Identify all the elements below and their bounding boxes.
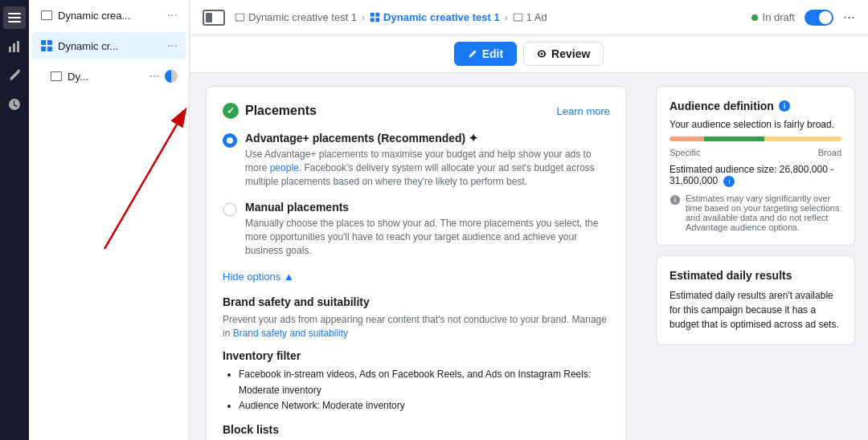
placements-title: ✓ Placements [223,103,317,119]
inventory-filter-section: Inventory filter Facebook in-stream vide… [223,349,610,414]
svg-rect-4 [13,43,15,52]
audience-info-icon[interactable]: i [779,100,790,112]
placements-header: ✓ Placements Learn more [223,103,610,119]
estimated-daily-title: Estimated daily results [669,269,841,282]
menu-icon[interactable] [3,6,26,29]
block-lists-section: Block lists None selected [223,423,610,440]
manual-desc: Manually choose the places to show your … [245,217,610,257]
breadcrumb-nav: Dynamic creative test 1 › Dynamic creati… [235,11,745,23]
manual-placement-option[interactable]: Manual placements Manually choose the pl… [223,201,610,257]
chart-icon[interactable] [3,35,26,58]
manual-placement-content: Manual placements Manually choose the pl… [245,201,610,257]
svg-rect-6 [41,40,46,45]
edit-button[interactable]: Edit [454,42,517,66]
audience-size: Estimated audience size: 26,800,000 - 31… [669,164,841,187]
breadcrumb-ad[interactable]: 1 Ad [513,11,547,23]
audience-size-info-icon[interactable]: i [723,176,735,187]
main-panel: ✓ Placements Learn more Advantage+ place… [190,73,643,440]
breadcrumb-adset-label: Dynamic creative test 1 [383,11,500,23]
svg-rect-2 [8,21,21,22]
topbar-actions: In draft ··· [751,9,855,26]
action-bar: Edit Review [190,35,868,73]
svg-rect-0 [8,13,21,14]
draft-toggle[interactable] [805,10,833,26]
breadcrumb-campaign[interactable]: Dynamic creative test 1 [235,11,357,23]
review-button[interactable]: Review [523,42,604,66]
nav-panel: Dynamic crea... ··· Dynamic cr... ··· Dy… [29,0,190,440]
advantage-label: Advantage+ placements (Recommended) ✦ [245,132,610,145]
edit-label: Edit [482,47,503,60]
learn-more-link[interactable]: Learn more [557,105,610,117]
audience-definition-card: Audience definition i Your audience sele… [656,86,855,246]
nav-adset-dots[interactable]: ··· [167,39,178,53]
svg-rect-8 [41,47,46,51]
brand-safety-desc: Prevent your ads from appearing near con… [223,313,610,340]
placements-card: ✓ Placements Learn more Advantage+ place… [206,86,627,440]
topbar: Dynamic creative test 1 › Dynamic creati… [190,0,868,35]
placements-title-text: Placements [245,104,317,118]
inventory-list: Facebook in-stream videos, Ads on Facebo… [223,367,610,414]
svg-rect-3 [9,47,11,52]
svg-rect-11 [375,13,379,17]
estimated-daily-description: Estimated daily results aren't available… [669,288,841,332]
audience-bar [669,136,841,141]
pencil-icon[interactable] [3,64,26,87]
broad-label: Broad [818,148,841,157]
brand-safety-title: Brand safety and suitability [223,295,610,308]
nav-ad-label: Dy... [68,71,145,83]
status-badge: In draft [751,11,795,23]
breadcrumb-campaign-label: Dynamic creative test 1 [248,11,357,23]
advantage-placement-content: Advantage+ placements (Recommended) ✦ Us… [245,132,610,188]
svg-rect-10 [371,13,375,17]
right-panel: Audience definition i Your audience sele… [643,73,868,440]
status-dot [751,14,758,21]
nav-ad-dots[interactable]: ··· [149,69,160,84]
advantage-placement-option[interactable]: Advantage+ placements (Recommended) ✦ Us… [223,132,610,188]
breadcrumb-sep-2: › [505,12,508,23]
nav-item-ad[interactable]: Dy... ··· [32,63,186,90]
inventory-item-1: Facebook in-stream videos, Ads on Facebo… [239,367,610,397]
audience-note: Estimates may vary significantly over ti… [669,194,841,232]
svg-rect-9 [47,47,52,51]
sidebar-toggle[interactable] [203,10,225,26]
status-label: In draft [763,11,795,23]
nav-item-adset[interactable]: Dynamic cr... ··· [32,32,186,59]
audience-definition-title: Audience definition i [669,100,841,112]
block-lists-title: Block lists [223,423,610,436]
audience-description: Your audience selection is fairly broad. [669,119,841,130]
svg-rect-1 [8,17,21,18]
manual-radio[interactable] [223,202,237,217]
nav-ad-half-icon [165,70,178,83]
advantage-radio[interactable] [223,133,237,148]
breadcrumb-sep-1: › [362,12,365,23]
svg-rect-5 [17,41,19,52]
advantage-desc: Use Advantage+ placements to maximise yo… [245,148,610,188]
nav-campaign-dots[interactable]: ··· [167,8,178,22]
main-content: Dynamic creative test 1 › Dynamic creati… [190,0,868,440]
clock-icon[interactable] [3,93,26,116]
manual-label: Manual placements [245,201,610,214]
inventory-item-2: Audience Network: Moderate inventory [239,398,610,414]
specific-label: Specific [669,148,701,157]
svg-rect-12 [371,18,375,22]
hide-options-link[interactable]: Hide options ▲ [223,271,294,283]
people-link[interactable]: people [270,162,299,173]
svg-rect-7 [47,40,52,45]
breadcrumb-ad-label: 1 Ad [526,11,547,23]
review-label: Review [551,47,590,60]
nav-campaign-label: Dynamic crea... [58,10,162,22]
placements-check-icon: ✓ [223,103,239,119]
content-area: ✓ Placements Learn more Advantage+ place… [190,73,868,440]
inventory-filter-title: Inventory filter [223,349,610,362]
nav-item-campaign[interactable]: Dynamic crea... ··· [32,2,186,29]
nav-adset-label: Dynamic cr... [58,40,162,52]
audience-labels: Specific Broad [669,148,841,157]
brand-safety-link[interactable]: Brand safety and suitability [233,328,348,339]
svg-rect-13 [375,18,379,22]
breadcrumb-adset[interactable]: Dynamic creative test 1 [370,11,500,23]
more-options-button[interactable]: ··· [843,9,855,26]
estimated-daily-card: Estimated daily results Estimated daily … [656,255,855,345]
black-sidebar [0,0,29,440]
